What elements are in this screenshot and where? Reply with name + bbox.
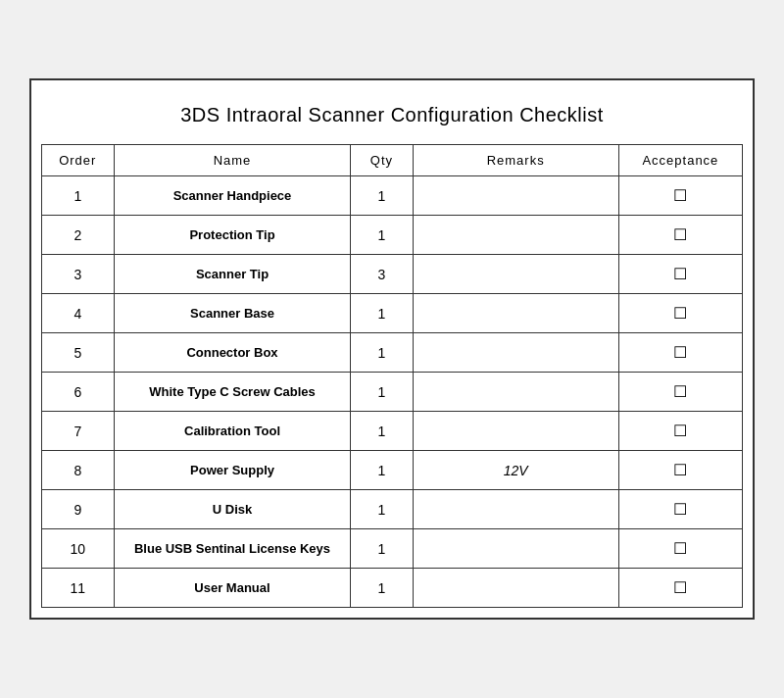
cell-order: 1 [42, 176, 115, 216]
cell-acceptance[interactable]: ☐ [618, 255, 742, 294]
cell-name: Power Supply [114, 451, 351, 490]
col-header-acceptance: Acceptance [618, 145, 742, 176]
cell-remarks [413, 569, 618, 608]
cell-acceptance[interactable]: ☐ [618, 333, 742, 373]
cell-name: Blue USB Sentinal License Keys [114, 529, 351, 569]
table-row: 9U Disk1☐ [42, 490, 743, 529]
cell-order: 3 [42, 255, 115, 294]
col-header-order: Order [42, 145, 115, 176]
cell-name: Scanner Handpiece [114, 176, 351, 216]
col-header-remarks: Remarks [413, 145, 618, 176]
cell-qty: 1 [351, 373, 413, 412]
cell-name: White Type C Screw Cables [114, 373, 351, 412]
cell-acceptance[interactable]: ☐ [618, 216, 742, 255]
cell-name: User Manual [114, 569, 351, 608]
checklist-container: 3DS Intraoral Scanner Configuration Chec… [29, 78, 755, 620]
cell-qty: 1 [351, 412, 413, 451]
cell-qty: 1 [351, 529, 413, 569]
cell-remarks [413, 529, 618, 569]
cell-name: Calibration Tool [114, 412, 351, 451]
cell-name: Connector Box [114, 333, 351, 373]
cell-remarks [413, 294, 618, 333]
table-row: 3Scanner Tip3☐ [42, 255, 743, 294]
cell-acceptance[interactable]: ☐ [618, 569, 742, 608]
cell-name: Scanner Base [114, 294, 351, 333]
cell-qty: 1 [351, 333, 413, 373]
table-body: 1Scanner Handpiece1☐2Protection Tip1☐3Sc… [42, 176, 743, 608]
cell-order: 8 [42, 451, 115, 490]
cell-remarks [413, 333, 618, 373]
table-row: 4Scanner Base1☐ [42, 294, 743, 333]
cell-remarks [413, 216, 618, 255]
table-row: 8Power Supply112V☐ [42, 451, 743, 490]
cell-qty: 1 [351, 294, 413, 333]
table-row: 10Blue USB Sentinal License Keys1☐ [42, 529, 743, 569]
cell-qty: 1 [351, 216, 413, 255]
table-header-row: Order Name Qty Remarks Acceptance [42, 145, 743, 176]
cell-remarks: 12V [413, 451, 618, 490]
cell-qty: 1 [351, 490, 413, 529]
cell-name: U Disk [114, 490, 351, 529]
cell-name: Protection Tip [114, 216, 351, 255]
cell-acceptance[interactable]: ☐ [618, 373, 742, 412]
checklist-table: Order Name Qty Remarks Acceptance 1Scann… [41, 144, 743, 608]
cell-remarks [413, 490, 618, 529]
cell-qty: 1 [351, 451, 413, 490]
cell-acceptance[interactable]: ☐ [618, 529, 742, 569]
cell-remarks [413, 412, 618, 451]
cell-qty: 1 [351, 176, 413, 216]
cell-order: 9 [42, 490, 115, 529]
cell-order: 2 [42, 216, 115, 255]
cell-order: 4 [42, 294, 115, 333]
cell-name: Scanner Tip [114, 255, 351, 294]
cell-acceptance[interactable]: ☐ [618, 490, 742, 529]
table-row: 7Calibration Tool1☐ [42, 412, 743, 451]
col-header-name: Name [114, 145, 351, 176]
table-row: 6White Type C Screw Cables1☐ [42, 373, 743, 412]
cell-order: 5 [42, 333, 115, 373]
cell-order: 6 [42, 373, 115, 412]
table-row: 11User Manual1☐ [42, 569, 743, 608]
cell-remarks [413, 373, 618, 412]
table-row: 1Scanner Handpiece1☐ [42, 176, 743, 216]
table-row: 5Connector Box1☐ [42, 333, 743, 373]
col-header-qty: Qty [351, 145, 413, 176]
cell-order: 7 [42, 412, 115, 451]
cell-acceptance[interactable]: ☐ [618, 176, 742, 216]
cell-qty: 1 [351, 569, 413, 608]
cell-qty: 3 [351, 255, 413, 294]
cell-acceptance[interactable]: ☐ [618, 412, 742, 451]
table-row: 2Protection Tip1☐ [42, 216, 743, 255]
cell-acceptance[interactable]: ☐ [618, 294, 742, 333]
cell-acceptance[interactable]: ☐ [618, 451, 742, 490]
cell-order: 10 [42, 529, 115, 569]
cell-order: 11 [42, 569, 115, 608]
cell-remarks [413, 176, 618, 216]
checklist-title: 3DS Intraoral Scanner Configuration Chec… [41, 90, 743, 144]
cell-remarks [413, 255, 618, 294]
